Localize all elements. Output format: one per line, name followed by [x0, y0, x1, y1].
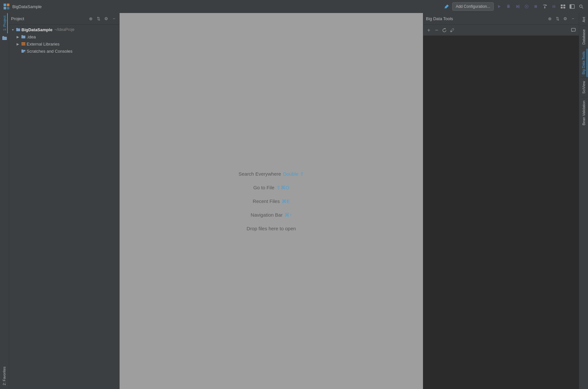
- extlib-label: External Libraries: [27, 42, 59, 47]
- settings-icon[interactable]: ⚙: [103, 16, 109, 22]
- svg-rect-27: [21, 42, 25, 43]
- project-folder-icon: [16, 27, 21, 32]
- hint-nav: Navigation Bar ⌘↑: [251, 212, 292, 218]
- svg-rect-20: [563, 5, 565, 6]
- svg-rect-21: [561, 7, 563, 8]
- equalize-icon[interactable]: ⇅: [95, 16, 102, 22]
- hint-goto: Go to File ⇧⌘O: [253, 185, 289, 191]
- tree-root-item[interactable]: ▾ BigDataSample ~/IdeaProje: [9, 26, 119, 33]
- big-data-tools-header: Big Data Tools ⊕ ⇅ ⚙ −: [423, 13, 579, 25]
- tree-arrow-idea: ▶: [16, 34, 20, 39]
- tree-arrow-root: ▾: [10, 27, 15, 32]
- minimize-icon[interactable]: −: [111, 16, 117, 22]
- svg-marker-5: [498, 5, 501, 8]
- bdt-add-icon[interactable]: +: [425, 27, 432, 34]
- svg-rect-19: [561, 5, 563, 6]
- svg-rect-1: [7, 4, 9, 6]
- svg-rect-18: [554, 5, 555, 8]
- locate-icon[interactable]: ⊕: [87, 16, 94, 22]
- svg-point-7: [508, 7, 509, 7]
- project-tree: ▾ BigDataSample ~/IdeaProje ▶ .idea: [9, 25, 119, 389]
- bdt-wrench-icon[interactable]: [449, 27, 456, 34]
- editor-area[interactable]: Search Everywhere Double ⇧ Go to File ⇧⌘…: [120, 13, 423, 389]
- bdt-locate-icon[interactable]: ⊕: [546, 16, 553, 22]
- svg-rect-28: [21, 44, 25, 45]
- right-tab-ant[interactable]: Ant: [581, 14, 587, 25]
- svg-marker-16: [544, 7, 546, 8]
- hint-nav-label: Navigation Bar: [251, 212, 283, 218]
- svg-rect-9: [518, 5, 518, 8]
- hint-drop: Drop files here to open: [247, 226, 296, 231]
- big-data-tools-panel: Big Data Tools ⊕ ⇅ ⚙ − + −: [423, 13, 579, 389]
- hint-nav-key: ⌘↑: [285, 212, 292, 218]
- left-strip: 1: Project 2: Favorites: [0, 13, 9, 389]
- bdt-refresh-icon[interactable]: [441, 27, 448, 34]
- editor-view-icon[interactable]: [569, 3, 576, 10]
- stop-icon[interactable]: [532, 3, 539, 10]
- scratch-icon: ✎: [21, 48, 26, 54]
- svg-text:✎: ✎: [24, 52, 26, 54]
- svg-rect-2: [4, 7, 6, 9]
- folder-icon[interactable]: [1, 34, 8, 42]
- bdt-comment-icon[interactable]: [570, 27, 577, 34]
- svg-rect-22: [563, 7, 565, 8]
- right-tab-bigdata[interactable]: Big Data Tools: [580, 49, 587, 77]
- right-tab-database[interactable]: Database: [581, 27, 587, 47]
- bdt-minimize-icon[interactable]: −: [570, 16, 576, 22]
- debug-icon[interactable]: [505, 3, 512, 10]
- svg-rect-34: [571, 28, 575, 31]
- add-configuration-button[interactable]: Add Configuration...: [452, 2, 494, 11]
- pause-icon[interactable]: [550, 3, 557, 10]
- svg-rect-17: [553, 5, 554, 8]
- project-panel-title: Project: [11, 16, 86, 21]
- bdt-remove-icon[interactable]: −: [433, 27, 440, 34]
- right-tab-beanvalidation[interactable]: Bean Validation: [581, 98, 587, 128]
- sidebar-item-project[interactable]: 1: Project: [1, 13, 8, 33]
- bdt-settings-icon[interactable]: ⚙: [562, 16, 569, 22]
- hint-drop-label: Drop files here to open: [247, 226, 296, 231]
- build-icon[interactable]: [443, 3, 450, 10]
- project-panel: Project ⊕ ⇅ ⚙ − ▾ BigDataSample ~/IdeaPr…: [9, 13, 120, 389]
- svg-point-33: [451, 31, 452, 32]
- big-data-tools-content: [423, 36, 579, 389]
- app-title: BigDataSample: [12, 4, 42, 9]
- sidebar-item-favorites[interactable]: 2: Favorites: [1, 364, 8, 388]
- hint-recent-key: ⌘E: [282, 198, 290, 204]
- tree-idea-item[interactable]: ▶ .idea: [14, 33, 119, 40]
- app-logo: [3, 3, 10, 10]
- idea-folder-label: .idea: [27, 34, 36, 39]
- root-project-path: ~/IdeaProje: [54, 27, 74, 32]
- svg-rect-3: [7, 7, 9, 9]
- external-libraries-icon: [21, 41, 26, 47]
- tree-scratch-item[interactable]: ✎ Scratches and Consoles: [14, 47, 119, 55]
- tree-arrow-extlib: ▶: [16, 42, 20, 46]
- hint-recent-label: Recent Files: [253, 198, 280, 204]
- profile-icon[interactable]: [523, 3, 530, 10]
- project-view-icon[interactable]: [559, 3, 567, 10]
- svg-rect-0: [4, 4, 6, 6]
- scratch-label: Scratches and Consoles: [27, 49, 72, 54]
- svg-rect-24: [570, 5, 571, 8]
- svg-line-26: [582, 7, 583, 8]
- search-everywhere-icon[interactable]: [578, 3, 585, 10]
- tree-extlib-item[interactable]: ▶ External Libraries: [14, 40, 119, 47]
- main-layout: 1: Project 2: Favorites Project ⊕ ⇅ ⚙ − …: [0, 13, 588, 389]
- svg-rect-29: [21, 45, 25, 46]
- hint-goto-label: Go to File: [253, 185, 275, 190]
- right-strip: Ant Database Big Data Tools SciView Bean…: [579, 13, 588, 389]
- hint-search: Search Everywhere Double ⇧: [238, 171, 304, 177]
- root-project-name: BigDataSample: [21, 27, 52, 32]
- project-panel-header: Project ⊕ ⇅ ⚙ −: [9, 13, 119, 25]
- idea-folder-icon: [21, 34, 26, 39]
- big-data-tools-toolbar: + −: [423, 25, 579, 36]
- hint-goto-key: ⇧⌘O: [276, 185, 289, 191]
- step-over-icon[interactable]: [541, 3, 548, 10]
- right-tab-sciview[interactable]: SciView: [581, 78, 587, 96]
- toolbar: Add Configuration...: [443, 2, 585, 11]
- bdt-equalize-icon[interactable]: ⇅: [554, 16, 561, 22]
- title-bar: BigDataSample Add Configuration...: [0, 0, 588, 13]
- run-icon[interactable]: [496, 3, 503, 10]
- hint-search-label: Search Everywhere: [238, 171, 281, 177]
- coverage-icon[interactable]: [514, 3, 521, 10]
- svg-rect-13: [534, 5, 537, 8]
